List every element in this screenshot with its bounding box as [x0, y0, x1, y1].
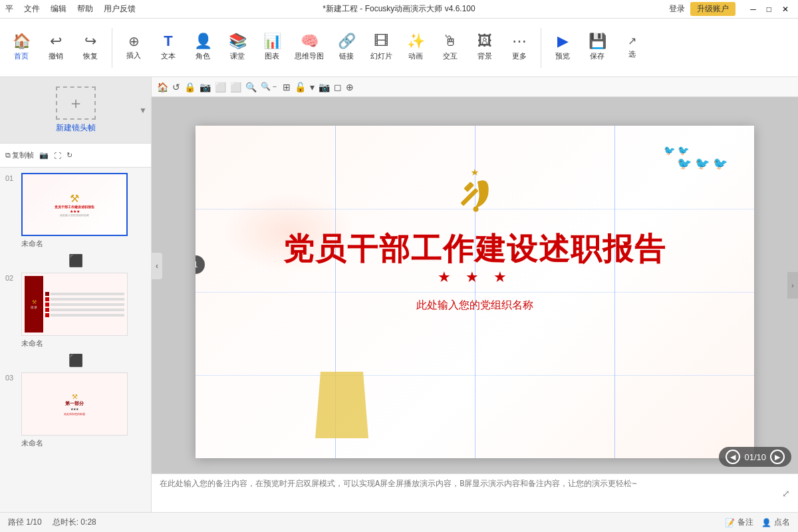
notes-area: ⤢: [152, 473, 798, 512]
new-frame-area[interactable]: ＋ 新建镜头帧 ▼: [0, 77, 151, 144]
menu-help[interactable]: 帮助: [77, 3, 93, 15]
svg-rect-1: [464, 182, 474, 192]
birds-decoration: 🐦 🐦 🐦 🐦 🐦: [664, 146, 728, 170]
grid-line-h3: [196, 375, 754, 376]
canvas-add-icon[interactable]: ⊕: [346, 82, 354, 92]
toolbar-more[interactable]: ⋯ 更多: [503, 31, 535, 64]
points-label: 点名: [774, 517, 790, 528]
toolbar-save[interactable]: 💾 保存: [581, 31, 613, 64]
left-panel-collapse-button[interactable]: ‹: [152, 253, 162, 279]
titlebar-menu: 平 文件 编辑 帮助 用户反馈: [5, 3, 136, 15]
toolbar-background[interactable]: 🖼 背景: [469, 31, 501, 64]
toolbar-undo[interactable]: ↩ 撤销: [40, 31, 72, 64]
canvas-zoom-out-icon[interactable]: 🔍－: [261, 81, 279, 92]
notes-icon: 📝: [725, 518, 735, 527]
toolbar-save-label: 保存: [590, 51, 604, 61]
statusbar-right: 📝 备注 👤 点名: [725, 517, 790, 528]
toolbar-interact-label: 交互: [443, 51, 458, 61]
canvas-scroll[interactable]: 党员干部工作建设述职报告 ★ ★ ★ 此处输入您的党组织名称 🐦 🐦 🐦 🐦 🐦…: [152, 97, 798, 473]
camera-button[interactable]: 📷: [39, 151, 49, 160]
refresh-button[interactable]: ↻: [66, 151, 72, 160]
slide-number-2: 02: [5, 273, 17, 282]
toolbar-slideshow-label: 幻灯片: [370, 51, 392, 61]
toolbar-animation-label: 动画: [408, 51, 423, 61]
maximize-button[interactable]: □: [763, 5, 775, 14]
toolbar-text[interactable]: T 文本: [152, 31, 184, 64]
toolbar-select-label: 选: [628, 49, 636, 59]
camera-icon: 📷: [39, 151, 49, 160]
counter-prev-button[interactable]: ◀: [726, 450, 740, 464]
text-icon: T: [164, 34, 172, 49]
slide-subtitle: 此处输入您的党组织名称: [416, 299, 533, 313]
minimize-button[interactable]: ─: [746, 5, 760, 14]
canvas-zoom-in-icon[interactable]: 🔍: [245, 82, 257, 92]
toolbar-interact[interactable]: 🖱 交互: [434, 31, 466, 64]
separator-icon-1: ⬛: [68, 253, 83, 268]
canvas-right-scroll[interactable]: ›: [787, 272, 798, 299]
character-icon: 👤: [194, 34, 212, 49]
chart-icon: 📊: [263, 34, 281, 49]
counter-next-button[interactable]: ▶: [770, 450, 785, 464]
canvas-lock2-icon[interactable]: 🔓: [295, 82, 306, 92]
background-icon: 🖼: [477, 34, 492, 49]
toolbar-home[interactable]: 🏠 首页: [5, 31, 37, 64]
notes-expand-icon[interactable]: ⤢: [782, 488, 790, 499]
menu-edit[interactable]: 编辑: [51, 3, 66, 15]
slide-item-2[interactable]: 02 ⚒ 目录: [0, 270, 151, 351]
canvas-undo-icon[interactable]: ↺: [172, 82, 180, 92]
toolbar-insert[interactable]: ⊕ 插入: [118, 32, 150, 63]
copy-frame-button[interactable]: ⧉ 复制帧: [5, 150, 34, 160]
close-button[interactable]: ✕: [778, 5, 793, 14]
canvas-dropdown-icon[interactable]: ▾: [310, 82, 315, 92]
toolbar-animation[interactable]: ✨ 动画: [400, 31, 432, 64]
slide-number-1: 01: [5, 173, 17, 182]
menu-app[interactable]: 平: [5, 3, 13, 15]
toolbar-preview[interactable]: ▶ 预览: [547, 31, 579, 64]
slide-name-3: 未命名: [21, 438, 128, 448]
expand-button[interactable]: ⛶: [54, 152, 61, 160]
canvas-toolbar: 🏠 ↺ 🔒 📷 ⬜ ⬜ 🔍 🔍－ ⊞ 🔓 ▾ 📷 ◻ ⊕: [152, 77, 798, 97]
toolbar-slideshow[interactable]: 🎞 幻灯片: [365, 31, 397, 64]
animation-icon: ✨: [407, 34, 425, 49]
canvas-square-icon[interactable]: ◻: [334, 82, 342, 92]
statusbar-left: 路径 1/10 总时长: 0:28: [8, 517, 96, 528]
slide-thumb-2: ⚒ 目录: [21, 273, 128, 336]
login-button[interactable]: 登录: [669, 3, 685, 15]
slide-item-3[interactable]: 03 ⚒ 第一部分 ★★★ 此处添加您的标题 未命名: [0, 370, 151, 451]
notes-input[interactable]: [160, 478, 777, 508]
toolbar-classroom[interactable]: 📚 课堂: [221, 31, 253, 64]
slides-list: 01 ⚒ 党员干部工作建设述职报告 ★★★ 此处输入您的党组织名称 未命名: [0, 168, 151, 512]
canvas-camera-icon[interactable]: 📷: [200, 82, 211, 92]
menu-feedback[interactable]: 用户反馈: [104, 3, 136, 15]
slide-name-2: 未命名: [21, 338, 128, 348]
menu-file[interactable]: 文件: [24, 3, 40, 15]
toolbar-select[interactable]: ↗ 选: [616, 33, 648, 62]
toolbar-redo[interactable]: ↪ 恢复: [74, 31, 106, 64]
toolbar-mindmap[interactable]: 🧠 思维导图: [291, 31, 328, 64]
upgrade-button[interactable]: 升级账户: [690, 2, 735, 16]
canvas-grid-icon[interactable]: ⊞: [283, 82, 291, 92]
notes-button[interactable]: 📝 备注: [725, 517, 753, 528]
canvas-lock-icon[interactable]: 🔒: [184, 82, 196, 92]
toolbar-chart[interactable]: 📊 图表: [256, 31, 288, 64]
new-frame-label: 新建镜头帧: [56, 122, 96, 134]
canvas-frame-icon[interactable]: ⬜: [215, 82, 226, 92]
points-button[interactable]: 👤 点名: [761, 517, 790, 528]
slideshow-icon: 🎞: [374, 34, 388, 49]
toolbar-character[interactable]: 👤 角色: [187, 31, 219, 64]
canvas-screenshot-icon[interactable]: 📷: [319, 82, 330, 92]
slide1-emblem: ⚒: [70, 192, 79, 205]
toolbar-home-label: 首页: [14, 51, 29, 61]
slide-item-1[interactable]: 01 ⚒ 党员干部工作建设述职报告 ★★★ 此处输入您的党组织名称 未命名: [0, 170, 151, 251]
toolbar-link[interactable]: 🔗 链接: [331, 31, 362, 64]
toolbar-undo-label: 撤销: [49, 51, 63, 61]
toolbar-divider-1: [112, 28, 112, 68]
new-frame-plus-icon: ＋: [56, 86, 96, 120]
toolbar-background-label: 背景: [477, 51, 492, 61]
canvas-frame2-icon[interactable]: ⬜: [230, 82, 241, 92]
main-toolbar: 🏠 首页 ↩ 撤销 ↪ 恢复 ⊕ 插入 T 文本 👤 角色 📚 课堂 📊 图表 …: [0, 19, 798, 77]
slide-counter: ◀ 01/10 ▶: [719, 447, 791, 467]
copy-frame-label: 复制帧: [12, 150, 34, 160]
canvas-home-icon[interactable]: 🏠: [157, 82, 168, 92]
points-icon: 👤: [761, 518, 771, 527]
